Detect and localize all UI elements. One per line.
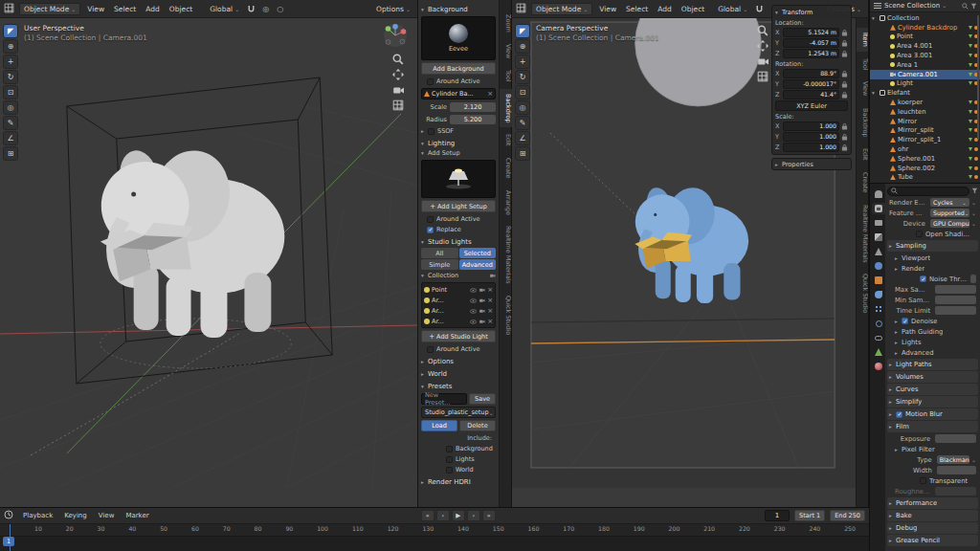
properties-row[interactable]: Pixel Filter [887, 444, 978, 454]
properties-row[interactable]: Lights [887, 337, 978, 347]
menu-item[interactable]: Object [167, 4, 195, 14]
sidebar-tab[interactable]: Realtime Materials [500, 221, 512, 289]
include-checkbox[interactable]: Background [446, 444, 496, 453]
row-value[interactable] [935, 285, 976, 294]
value-field[interactable]: 88.9° [783, 69, 839, 78]
options-section-header[interactable]: Options [421, 356, 496, 366]
sidebar-tab[interactable]: Create [857, 167, 869, 198]
include-checkbox[interactable]: World [446, 465, 496, 474]
checkbox[interactable] [428, 128, 434, 135]
magnet-icon[interactable] [754, 4, 765, 14]
eye-icon[interactable] [470, 308, 477, 314]
outliner-item[interactable]: Area 1 [870, 60, 980, 70]
sidebar-tab[interactable]: Item [857, 28, 869, 52]
add-setup-subheader[interactable]: Add Setup [421, 148, 496, 158]
outliner-item[interactable]: Light [870, 79, 980, 89]
ortho-toggle-icon[interactable] [392, 99, 404, 111]
properties-row[interactable]: Bake [887, 510, 978, 521]
proportional-edit-icon[interactable]: ○ [275, 4, 285, 14]
sidebar-tab[interactable]: Arrange [500, 186, 512, 220]
properties-row[interactable]: Motion Blur [887, 408, 978, 420]
mode-dropdown[interactable]: Object Mode [531, 3, 592, 15]
properties-tab[interactable] [872, 203, 885, 214]
menu-item[interactable]: View [84, 4, 107, 14]
remove-icon[interactable] [487, 297, 493, 304]
menu-item[interactable]: View [96, 511, 118, 520]
transport-button[interactable]: ▶ [452, 510, 465, 521]
properties-row[interactable]: Curves [887, 384, 978, 395]
segment-button[interactable]: Simple [421, 259, 458, 270]
display-mode-dropdown[interactable]: Scene Collection [884, 2, 947, 10]
value-field[interactable]: 1.000 [783, 132, 839, 142]
outliner-item[interactable]: Mirror [870, 117, 980, 126]
include-checkbox[interactable]: Lights [446, 454, 496, 464]
properties-row[interactable]: Noise Threshold [887, 274, 978, 284]
add-light-setup-button[interactable]: Add Light Setup [421, 200, 496, 212]
tool-button[interactable]: ⊡ [515, 85, 530, 99]
properties-tab[interactable] [872, 231, 885, 243]
disclosure-arrow[interactable] [889, 525, 896, 531]
row-value[interactable]: Cycles [930, 198, 969, 207]
checkbox[interactable] [896, 411, 902, 418]
sidebar-tab[interactable]: Tool [500, 65, 512, 87]
disclosure-arrow[interactable] [889, 513, 896, 518]
row-value[interactable] [970, 275, 976, 283]
properties-tab[interactable] [872, 260, 885, 272]
properties-row[interactable]: Grease Pencil [887, 535, 978, 546]
tool-button[interactable]: ∠ [515, 131, 530, 145]
sidebar-tab[interactable]: Zoom [500, 10, 512, 37]
properties-row[interactable]: Light Paths [887, 359, 978, 370]
remove-icon[interactable] [487, 307, 493, 315]
studio-light-row[interactable]: Point [423, 284, 494, 295]
properties-row[interactable]: Device GPU Compute [887, 218, 978, 229]
sidebar-tab[interactable]: View [500, 39, 512, 63]
menu-item[interactable]: Object [679, 4, 707, 14]
light-setup-preview[interactable] [421, 160, 496, 198]
properties-tab[interactable] [872, 188, 885, 200]
navigation-gizmo[interactable] [383, 23, 408, 48]
outliner-item[interactable]: Mirror_split_1 [870, 135, 980, 144]
properties-tab[interactable] [872, 217, 885, 229]
menu-item[interactable]: Marker [122, 511, 151, 520]
render-hdri-section-header[interactable]: Render HDRI [421, 476, 496, 487]
remove-icon[interactable] [487, 286, 493, 294]
tool-button[interactable]: ◎ [515, 100, 530, 115]
properties-row[interactable]: Feature Set Supported [887, 208, 978, 218]
camera-toggle-icon[interactable] [479, 308, 485, 314]
scene-left[interactable] [0, 18, 417, 488]
value-field[interactable]: 1.000 [783, 143, 839, 152]
lock-icon[interactable] [841, 29, 848, 36]
disclosure-arrow[interactable] [895, 350, 902, 356]
tool-button[interactable]: ⊞ [3, 146, 18, 161]
camera-toggle-icon[interactable] [479, 298, 485, 303]
load-preset-button[interactable]: Load [421, 420, 457, 431]
camera-toggle-icon[interactable] [479, 287, 485, 293]
row-value[interactable] [937, 466, 976, 474]
disclosure-arrow[interactable] [889, 374, 896, 380]
transport-button[interactable]: » [482, 510, 496, 521]
options-dropdown[interactable]: Options [373, 4, 413, 14]
properties-row[interactable]: Open Shadi... [887, 229, 978, 239]
menu-item[interactable]: Add [655, 4, 675, 14]
properties-collapsed-panel[interactable]: Properties [771, 158, 852, 170]
lock-icon[interactable] [841, 39, 848, 47]
lock-icon[interactable] [841, 50, 848, 57]
outliner-item[interactable]: Collection [870, 13, 980, 23]
lock-icon[interactable] [841, 80, 848, 88]
radius-slider[interactable]: Radius5.200 [421, 114, 496, 125]
tool-button[interactable]: ⊕ [515, 39, 530, 54]
properties-tab[interactable] [872, 346, 885, 358]
value-field[interactable]: 5.1524 m [783, 28, 839, 37]
lock-icon[interactable] [841, 91, 848, 99]
pan-icon[interactable] [757, 40, 768, 52]
studio-light-row[interactable]: Ar... [423, 305, 494, 316]
disclosure-arrow[interactable] [889, 500, 896, 506]
disclosure-arrow[interactable] [895, 266, 902, 272]
tool-button[interactable]: ◎ [3, 100, 18, 115]
tool-button[interactable]: ✎ [515, 116, 530, 130]
sidebar-tab[interactable]: Tool [857, 54, 869, 76]
camera-icon[interactable] [489, 273, 496, 278]
new-preset-field[interactable]: New Preset... [421, 393, 467, 405]
presets-section-header[interactable]: Presets [421, 381, 496, 391]
outliner-item[interactable]: Area 3.001 [870, 51, 980, 60]
